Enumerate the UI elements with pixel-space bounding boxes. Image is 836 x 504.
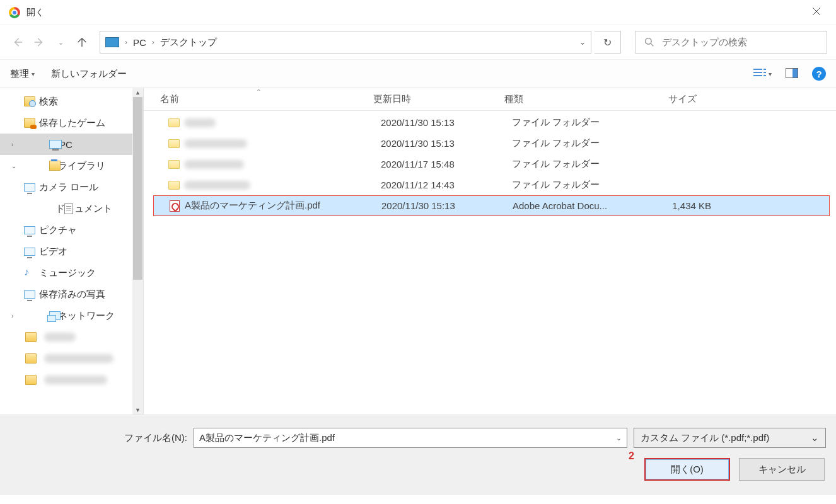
- sidebar-item-pictures[interactable]: ピクチャ: [0, 219, 143, 241]
- chevron-right-icon: ›: [150, 38, 156, 47]
- open-button[interactable]: 開く(O): [644, 458, 730, 481]
- file-row[interactable]: 2020/11/12 14:43 ファイル フォルダー: [151, 175, 836, 195]
- filename-input[interactable]: A製品のマーケティング計画.pdf ⌄: [194, 428, 627, 448]
- games-folder-icon: [24, 118, 35, 128]
- device-icon: [24, 183, 35, 192]
- file-row[interactable]: 2020/11/17 15:48 ファイル フォルダー: [151, 154, 836, 175]
- sort-arrow-icon: ⌃: [256, 88, 261, 95]
- pdf-icon: [170, 200, 180, 212]
- file-row[interactable]: 2020/11/30 15:13 ファイル フォルダー: [151, 112, 836, 133]
- breadcrumb-desktop[interactable]: デスクトップ: [160, 37, 217, 49]
- refresh-button[interactable]: ↻: [595, 31, 621, 54]
- file-row-selected[interactable]: A製品のマーケティング計画.pdf 2020/11/30 15:13 Adobe…: [153, 195, 830, 216]
- sidebar: 検索 保存したゲーム › PC ⌄ ライブラリ カメラ ロール ドキュメント ピ…: [0, 88, 144, 415]
- close-button[interactable]: [806, 3, 827, 21]
- saved-photos-icon: [24, 290, 35, 299]
- sidebar-item-saved-photos[interactable]: 保存済みの写真: [0, 284, 143, 305]
- sidebar-scrollbar[interactable]: ▲ ▼: [132, 88, 143, 415]
- music-icon: ♪: [24, 268, 35, 278]
- search-folder-icon: [24, 96, 35, 106]
- chevron-right-icon: ›: [123, 38, 129, 47]
- sidebar-item-saved-games[interactable]: 保存したゲーム: [0, 112, 143, 134]
- sidebar-item-libraries[interactable]: ⌄ ライブラリ: [0, 155, 143, 176]
- sidebar-item-documents[interactable]: ドキュメント: [0, 198, 143, 219]
- document-icon: [64, 203, 73, 214]
- file-type-filter[interactable]: カスタム ファイル (*.pdf;*.pdf) ⌄: [634, 428, 826, 448]
- videos-icon: [24, 248, 35, 256]
- scroll-down-icon[interactable]: ▼: [135, 407, 141, 413]
- new-folder-button[interactable]: 新しいフォルダー: [51, 68, 127, 80]
- sidebar-item-videos[interactable]: ビデオ: [0, 241, 143, 262]
- organize-button[interactable]: 整理▾: [10, 68, 35, 80]
- scroll-thumb[interactable]: [133, 97, 142, 280]
- col-header-date[interactable]: 更新日時: [364, 88, 496, 110]
- recent-dropdown[interactable]: ⌄: [52, 33, 69, 51]
- col-header-type[interactable]: 種類: [496, 88, 628, 110]
- sidebar-item-camera-roll[interactable]: カメラ ロール: [0, 176, 143, 198]
- sidebar-item-pc[interactable]: › PC: [0, 134, 143, 155]
- filename-label: ファイル名(N):: [124, 432, 187, 444]
- scroll-up-icon[interactable]: ▲: [135, 89, 141, 96]
- sidebar-item-music[interactable]: ♪ ミュージック: [0, 262, 143, 284]
- up-button[interactable]: [73, 33, 91, 51]
- preview-pane-button[interactable]: [786, 68, 798, 80]
- view-button[interactable]: ▾: [753, 69, 772, 79]
- sidebar-item-search[interactable]: 検索: [0, 91, 143, 112]
- pictures-icon: [24, 226, 35, 234]
- window-title: 開く: [26, 7, 44, 18]
- back-button[interactable]: [9, 33, 26, 51]
- breadcrumb-pc[interactable]: PC: [133, 37, 146, 48]
- sidebar-item-blurred[interactable]: [0, 348, 143, 369]
- forward-button[interactable]: [30, 33, 48, 51]
- chrome-icon: [9, 7, 20, 18]
- col-header-size[interactable]: サイズ: [628, 88, 710, 110]
- svg-point-0: [646, 38, 652, 45]
- pc-icon: [105, 37, 119, 47]
- filter-value: カスタム ファイル (*.pdf;*.pdf): [641, 432, 769, 444]
- chevron-down-icon[interactable]: ⌄: [616, 434, 622, 442]
- expand-icon[interactable]: ›: [11, 312, 13, 319]
- file-list-header: 名前 更新日時 種類 サイズ: [144, 88, 836, 111]
- filename-value: A製品のマーケティング計画.pdf: [199, 432, 335, 444]
- library-icon: [49, 161, 61, 171]
- address-dropdown[interactable]: ⌄: [579, 38, 586, 47]
- folder-icon: [168, 118, 180, 127]
- expand-icon[interactable]: ⌄: [11, 163, 16, 169]
- expand-icon[interactable]: ›: [11, 141, 13, 148]
- search-placeholder: デスクトップの検索: [662, 37, 747, 49]
- pc-icon: [49, 140, 62, 149]
- file-list: ⌃ 名前 更新日時 種類 サイズ 1 2020/11/30 15:13 ファイル…: [144, 88, 836, 415]
- sidebar-item-blurred[interactable]: [0, 369, 143, 391]
- sidebar-item-network[interactable]: › ネットワーク: [0, 305, 143, 326]
- folder-icon: [168, 139, 180, 148]
- address-bar[interactable]: › PC › デスクトップ ⌄: [100, 31, 591, 54]
- folder-icon: [168, 181, 180, 190]
- file-name: A製品のマーケティング計画.pdf: [185, 200, 320, 212]
- folder-icon: [168, 160, 180, 169]
- search-input[interactable]: デスクトップの検索: [635, 31, 827, 54]
- help-button[interactable]: ?: [812, 67, 826, 81]
- chevron-down-icon[interactable]: ⌄: [811, 432, 819, 444]
- sidebar-item-blurred[interactable]: [0, 326, 143, 348]
- network-icon: [49, 311, 61, 320]
- cancel-button[interactable]: キャンセル: [739, 458, 825, 481]
- annotation-2: 2: [629, 450, 634, 462]
- file-row[interactable]: 2020/11/30 15:13 ファイル フォルダー: [151, 133, 836, 154]
